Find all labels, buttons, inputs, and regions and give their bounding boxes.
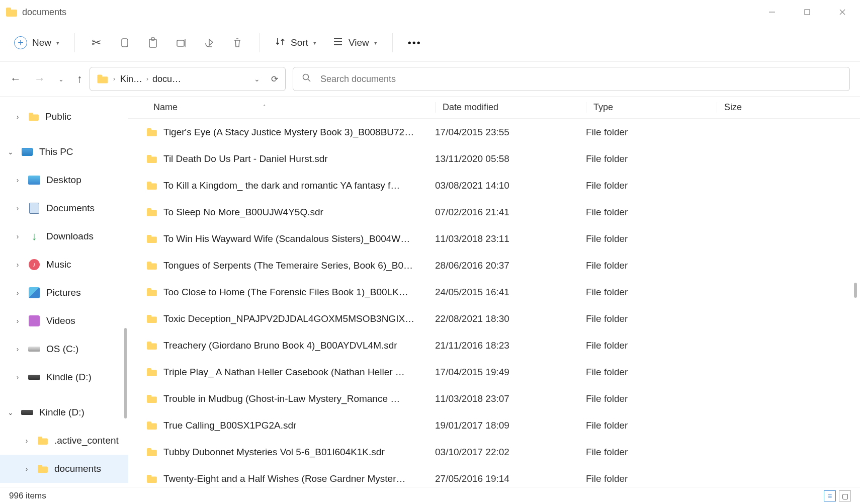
crumb-1[interactable]: Kin…	[120, 74, 142, 85]
expander-icon[interactable]: ⌄	[6, 408, 15, 416]
table-row[interactable]: Twenty-Eight and a Half Wishes (Rose Gar…	[128, 465, 860, 487]
sidebar-item-videos[interactable]: › Videos	[0, 307, 128, 335]
sidebar-item-thispc[interactable]: ⌄ This PC	[0, 138, 128, 166]
address-dropdown[interactable]: ⌄	[254, 75, 260, 83]
expander-icon[interactable]: ›	[13, 113, 22, 121]
more-button[interactable]: •••	[408, 37, 421, 49]
breadcrumb[interactable]: Kin… › docu…	[120, 74, 249, 85]
expander-icon[interactable]: ›	[22, 437, 31, 445]
sidebar-item-pictures[interactable]: › Pictures	[0, 279, 128, 307]
sidebar-item-kindle-d-pc[interactable]: › Kindle (D:)	[0, 363, 128, 391]
label: documents	[54, 463, 101, 474]
label: Videos	[46, 315, 75, 326]
crumb-sep: ›	[113, 75, 115, 82]
expander-icon[interactable]: ›	[13, 373, 22, 381]
table-row[interactable]: Toxic Deception_NPAJPV2DJDAL4GOXM5MSOB3N…	[128, 305, 860, 332]
col-name[interactable]: Name ˄	[153, 102, 435, 113]
table-row[interactable]: Tiger's Eye (A Stacy Justice Mystery Boo…	[128, 119, 860, 145]
file-name: Too Close to Home (The Forensic Files Bo…	[163, 287, 408, 298]
sidebar-scrollbar[interactable]	[124, 328, 127, 418]
sidebar-item-documents-drive[interactable]: › documents	[0, 455, 128, 483]
search-icon	[302, 73, 311, 85]
expander-icon[interactable]: ›	[13, 317, 22, 325]
table-row[interactable]: True Calling_B00SX1PG2A.sdr19/01/2017 18…	[128, 412, 860, 439]
sidebar-item-downloads[interactable]: › ↓ Downloads	[0, 222, 128, 250]
cell-name: To Win His Wayward Wife (Scandalous Sist…	[146, 233, 435, 244]
folder-icon	[147, 288, 157, 296]
share-icon[interactable]	[203, 36, 216, 49]
table-row[interactable]: Tongues of Serpents (The Temeraire Serie…	[128, 252, 860, 279]
file-name: Twenty-Eight and a Half Wishes (Rose Gar…	[163, 473, 406, 484]
search-input[interactable]	[320, 74, 840, 85]
cell-type: File folder	[586, 153, 717, 164]
table-row[interactable]: Trouble in Mudbug (Ghost-in-Law Mystery_…	[128, 385, 860, 412]
expander-icon[interactable]: ›	[13, 289, 22, 297]
table-row[interactable]: To Sleep No More_B00UJW4Y5Q.sdr07/02/201…	[128, 199, 860, 225]
main-scrollbar[interactable]	[854, 283, 857, 298]
sidebar-item-kindle-d[interactable]: ⌄ Kindle (D:)	[0, 398, 128, 427]
refresh-button[interactable]: ⟳	[271, 74, 278, 85]
sidebar-item-documents[interactable]: › Documents	[0, 194, 128, 222]
sidebar-item-osc[interactable]: › OS (C:)	[0, 335, 128, 363]
expander-icon[interactable]: ›	[13, 261, 22, 269]
details-view-button[interactable]: ≡	[824, 490, 836, 501]
nav-arrows: ← → ⌄ ↑	[10, 72, 82, 86]
up-button[interactable]: ↑	[77, 72, 82, 86]
close-button[interactable]	[825, 0, 860, 24]
delete-icon[interactable]	[231, 36, 244, 49]
cell-type: File folder	[586, 180, 717, 191]
svg-line-13	[308, 79, 310, 81]
back-button[interactable]: ←	[10, 72, 21, 86]
sidebar-item-desktop[interactable]: › Desktop	[0, 166, 128, 194]
view-button[interactable]: View ▾	[332, 36, 377, 50]
expander-icon[interactable]: ›	[13, 176, 22, 184]
table-row[interactable]: Til Death Do Us Part - Daniel Hurst.sdr1…	[128, 145, 860, 172]
file-name: True Calling_B00SX1PG2A.sdr	[163, 420, 296, 431]
expander-icon[interactable]: ›	[13, 345, 22, 353]
col-date[interactable]: Date modified	[435, 102, 586, 113]
search-box[interactable]	[293, 67, 850, 91]
svg-rect-4	[122, 39, 128, 47]
expander-icon[interactable]: ›	[13, 232, 22, 240]
forward-button[interactable]: →	[34, 72, 45, 86]
col-name-label: Name	[153, 102, 178, 113]
col-date-label: Date modified	[443, 102, 498, 112]
cell-date: 27/05/2016 19:14	[435, 473, 586, 484]
cell-type: File folder	[586, 127, 717, 138]
paste-icon[interactable]	[146, 36, 159, 49]
cut-icon[interactable]: ✂	[90, 36, 103, 49]
table-row[interactable]: Triple Play_ A Nathan Heller Casebook (N…	[128, 359, 860, 385]
table-row[interactable]: Too Close to Home (The Forensic Files Bo…	[128, 279, 860, 305]
file-name: To Sleep No More_B00UJW4Y5Q.sdr	[163, 207, 323, 218]
copy-icon[interactable]	[118, 36, 131, 49]
recent-dropdown[interactable]: ⌄	[58, 75, 64, 83]
sort-button[interactable]: Sort ▾	[275, 36, 316, 50]
sidebar-item-public[interactable]: › Public	[0, 103, 128, 131]
tiles-view-button[interactable]: ▢	[839, 490, 851, 501]
cell-name: Twenty-Eight and a Half Wishes (Rose Gar…	[146, 473, 435, 484]
sidebar-item-active-content[interactable]: › .active_content	[0, 427, 128, 455]
disk-icon	[28, 343, 40, 355]
expander-icon[interactable]: ›	[22, 465, 31, 473]
new-button[interactable]: + New ▾	[14, 36, 59, 49]
sidebar-item-music[interactable]: › ♪ Music	[0, 250, 128, 279]
rows-container: Tiger's Eye (A Stacy Justice Mystery Boo…	[128, 119, 860, 487]
table-row[interactable]: Treachery (Giordano Bruno Book 4)_B00AYD…	[128, 332, 860, 359]
titlebar: documents	[0, 0, 860, 24]
expander-icon[interactable]: ›	[13, 204, 22, 212]
table-row[interactable]: To Kill a Kingdom_ the dark and romantic…	[128, 172, 860, 199]
svg-rect-1	[805, 10, 810, 15]
view-label: View	[349, 37, 369, 48]
address-bar[interactable]: › Kin… › docu… ⌄ ⟳	[90, 67, 286, 91]
toolbar: + New ▾ ✂ Sort ▾ View ▾ •••	[0, 24, 860, 62]
table-row[interactable]: Tubby Dubonnet Mysteries Vol 5-6_B01I604…	[128, 439, 860, 465]
expander-icon[interactable]: ⌄	[6, 148, 15, 156]
crumb-2[interactable]: docu…	[152, 74, 181, 85]
col-size[interactable]: Size	[717, 102, 860, 113]
minimize-button[interactable]	[754, 0, 790, 24]
col-type[interactable]: Type	[586, 102, 717, 113]
folder-icon	[147, 474, 157, 482]
maximize-button[interactable]	[790, 0, 825, 24]
table-row[interactable]: To Win His Wayward Wife (Scandalous Sist…	[128, 225, 860, 252]
rename-icon[interactable]	[175, 36, 188, 49]
